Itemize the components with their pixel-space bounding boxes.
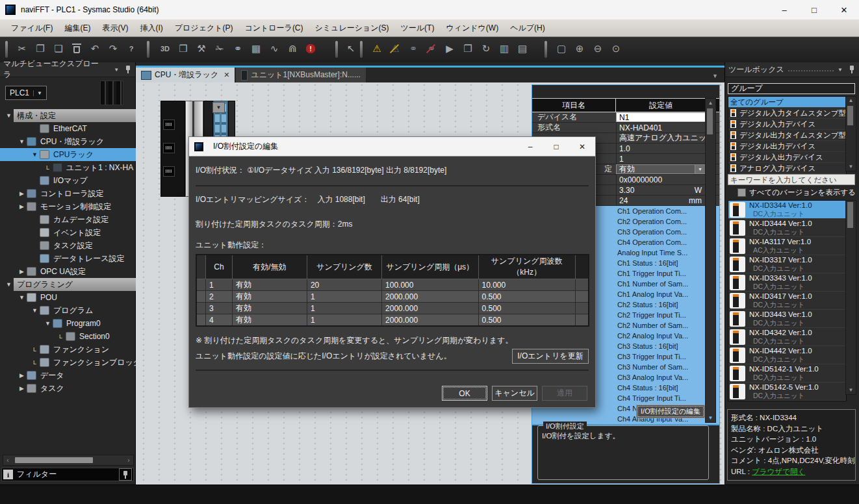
delete-icon[interactable]: [68, 40, 86, 58]
tree-expander-icon[interactable]: ▼: [17, 138, 27, 145]
zoom-100-icon[interactable]: ⊙: [607, 40, 625, 58]
transfer-to-controller-icon[interactable]: ▥: [495, 40, 513, 58]
io-trace-icon[interactable]: ∿: [265, 40, 283, 58]
search-all-icon[interactable]: ⋒: [283, 40, 301, 58]
cell-sampling-count[interactable]: 1: [307, 314, 381, 327]
show-all-versions-row[interactable]: すべてのバージョンを表示する: [725, 188, 859, 197]
maximize-button[interactable]: □: [799, 0, 829, 19]
paste-icon[interactable]: ❏: [49, 40, 68, 58]
device-list-item[interactable]: NX-ID4342 Ver:1.0 DC入力ユニット: [728, 328, 846, 346]
tree-expander-icon[interactable]: ▼: [30, 307, 40, 314]
offline-icon[interactable]: ⚠: [386, 40, 404, 58]
scroll-up-icon[interactable]: ▲: [706, 99, 715, 107]
tab-cpu-expansion-rack[interactable]: CPU・増設ラック ✕: [136, 68, 235, 82]
tree-item[interactable]: カムデータ設定: [0, 213, 136, 226]
group-list-item[interactable]: デジタル入力デバイス: [728, 119, 846, 130]
tree-item[interactable]: ▶ OPC UA設定: [0, 265, 136, 278]
tree-item[interactable]: イベント設定: [0, 226, 136, 239]
tree-expander-icon[interactable]: ▼: [4, 281, 14, 288]
group-list-item[interactable]: デジタル入力タイムスタンプ型デバ: [728, 108, 846, 119]
fit-zoom-icon[interactable]: ▢: [552, 40, 571, 58]
program-mode-icon[interactable]: ❐: [459, 40, 477, 58]
tree-item[interactable]: ▶ タスク: [0, 382, 136, 395]
filter-pin-button[interactable]: [119, 468, 132, 481]
menu-item[interactable]: 編集(E): [58, 20, 96, 36]
tree-expander-icon[interactable]: ▼: [4, 112, 14, 119]
tree-expander-icon[interactable]: ▼: [17, 294, 27, 301]
update-io-entry-button[interactable]: I/Oエントリを更新: [512, 349, 589, 364]
setting-value[interactable]: 有効: [616, 164, 706, 174]
tree-item[interactable]: データトレース設定: [0, 252, 136, 265]
tree-item[interactable]: L ファンクションブロック: [0, 356, 136, 369]
setting-value[interactable]: NX-HAD401: [616, 123, 706, 132]
show-all-versions-checkbox[interactable]: [737, 188, 746, 197]
tree-expander-icon[interactable]: ▼: [30, 151, 40, 158]
menu-item[interactable]: 表示(V): [96, 20, 134, 36]
apply-button[interactable]: 適用: [542, 386, 587, 401]
scrollbar-thumb[interactable]: [15, 457, 93, 463]
dialog-close-button[interactable]: ✕: [569, 137, 595, 156]
open-in-browser-link[interactable]: ブラウザで開く: [752, 468, 805, 475]
scroll-down-icon[interactable]: ▼: [706, 414, 715, 422]
zoom-out-icon[interactable]: ⊖: [589, 40, 607, 58]
run-mode-icon[interactable]: ▶: [441, 40, 459, 58]
rebuild-icon[interactable]: ✁: [211, 40, 229, 58]
tree-expander-icon[interactable]: ▼: [43, 320, 53, 327]
cell-enabled[interactable]: 有効: [232, 291, 307, 303]
tree-item[interactable]: ▼ CPUラック: [0, 148, 136, 161]
check-all-programs-icon[interactable]: ▦: [247, 40, 265, 58]
cut-icon[interactable]: ✂: [13, 40, 31, 58]
build-icon[interactable]: ⚒: [192, 40, 211, 58]
scrollbar-thumb[interactable]: [847, 106, 853, 125]
menu-item[interactable]: ヘルプ(H): [504, 20, 551, 36]
setting-value[interactable]: N1: [616, 112, 706, 122]
group-list-item[interactable]: デジタル入出力デバイス: [728, 152, 846, 163]
tree-item[interactable]: タスク設定: [0, 239, 136, 252]
tree-item[interactable]: L Section0: [0, 330, 136, 343]
scrollbar-thumb[interactable]: [707, 108, 713, 134]
synchronize-icon[interactable]: ↻: [477, 40, 495, 58]
tree-item[interactable]: EtherCAT: [0, 122, 136, 135]
settings-scrollbar[interactable]: ▲ ▼: [705, 98, 716, 423]
tree-item[interactable]: ▼ プログラム: [0, 304, 136, 317]
tree-expander-icon[interactable]: L: [43, 164, 53, 171]
cpu-unit-graphic[interactable]: [160, 101, 185, 197]
scroll-left-icon[interactable]: ‹: [3, 457, 12, 464]
tab-close-icon[interactable]: ✕: [224, 71, 229, 79]
tree-expander-icon[interactable]: L: [30, 359, 40, 366]
tree-item[interactable]: ▶ モーション制御設定: [0, 200, 136, 213]
device-list-item[interactable]: NX-IA3117 Ver:1.0 AC入力ユニット: [728, 237, 846, 255]
menu-item[interactable]: コントローラ(C): [238, 20, 309, 36]
check-program-icon[interactable]: ⚭: [229, 40, 247, 58]
setting-value[interactable]: 高速アナログ入力ユニット: [616, 133, 706, 143]
group-list-scrollbar[interactable]: ▲ ▼: [845, 96, 856, 171]
cell-sampling-count[interactable]: 1: [307, 291, 381, 303]
group-filter-label[interactable]: グループ: [728, 83, 855, 94]
tree-expander-icon[interactable]: L: [30, 346, 40, 353]
device-list-item[interactable]: NX-ID5142-5 Ver:1.0 DC入力ユニット: [728, 383, 846, 401]
dialog-maximize-button[interactable]: □: [543, 137, 569, 156]
group-list-item[interactable]: デジタル出力タイムスタンプ型デバ: [728, 130, 846, 141]
error-list-icon[interactable]: !: [301, 40, 320, 58]
menu-item[interactable]: 挿入(I): [134, 20, 168, 36]
3d-view-icon[interactable]: 3D: [156, 40, 174, 58]
copy-icon[interactable]: ❐: [31, 40, 49, 58]
menu-item[interactable]: シミュレーション(S): [309, 20, 395, 36]
device-list-item[interactable]: NX-ID3417 Ver:1.0 DC入力ユニット: [728, 292, 846, 310]
tree-item[interactable]: ▼ POU: [0, 291, 136, 304]
keyword-search-input[interactable]: [728, 174, 855, 185]
edit-tool-icon[interactable]: ↖: [342, 40, 360, 58]
tab-unit1-nxbusmaster[interactable]: ユニット1[NXBusMaster]:N......: [236, 68, 366, 82]
pin-icon[interactable]: [848, 65, 856, 74]
zoom-in-icon[interactable]: ⊕: [571, 40, 589, 58]
minimize-button[interactable]: –: [769, 0, 799, 19]
filter-bar[interactable]: i フィルター: [1, 468, 134, 481]
tree-expander-icon[interactable]: ▶: [17, 203, 27, 210]
transfer-from-controller-icon[interactable]: ▤: [513, 40, 532, 58]
tree-item[interactable]: ▶ データ: [0, 369, 136, 382]
cell-sampling-count[interactable]: 1: [307, 303, 381, 314]
ok-button[interactable]: OK: [442, 386, 487, 401]
device-list-scrollbar[interactable]: ▼: [845, 200, 856, 395]
edit-io-allocation-button[interactable]: I/O割付設定の編集: [636, 405, 705, 418]
menu-item[interactable]: ツール(T): [395, 20, 441, 36]
